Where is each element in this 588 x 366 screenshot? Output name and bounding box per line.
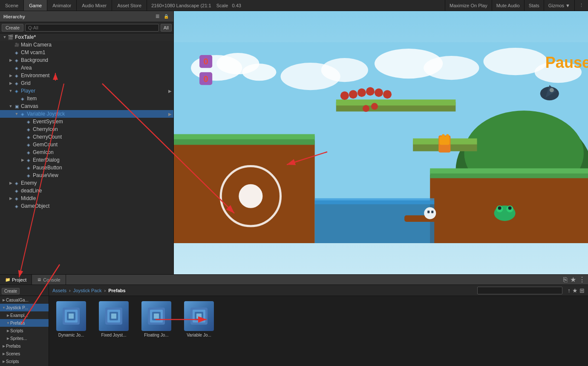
enter-dialog-icon: ◈ [26, 157, 32, 163]
hierarchy-header: Hierarchy ☰ 🔒 [0, 11, 173, 22]
tree-item-environment[interactable]: ◈ Environment [0, 72, 173, 79]
tree-item-cherry-count[interactable]: ◈ CherryCount [0, 133, 173, 141]
asset-floating-joystick-icon [141, 301, 171, 331]
grid-icon: ◈ [14, 80, 20, 86]
mute-audio-btn[interactable]: Mute Audio [492, 0, 524, 11]
hierarchy-header-actions: ☰ 🔒 [154, 14, 170, 19]
project-item-casualga-label: CasualGa... [6, 298, 29, 302]
tree-item-gem-count[interactable]: ◈ GemCount [0, 141, 173, 148]
svg-rect-25 [315, 198, 435, 204]
project-tree-scenes[interactable]: Scenes [0, 350, 49, 357]
project-icons: ↑ ★ ⊞ [568, 287, 585, 294]
asset-variable-joystick-label: Variable Jo... [187, 333, 211, 338]
pause-button-icon: ◈ [26, 165, 32, 171]
tab-asset-store[interactable]: Asset Store [112, 0, 147, 11]
breadcrumb-joystick-pack[interactable]: Joystick Pack [73, 288, 102, 293]
gem-count-icon: ◈ [26, 142, 32, 148]
tree-item-pause-button[interactable]: ◈ PauseButton [0, 164, 173, 171]
project-tree-joystick[interactable]: Joystick P... [0, 304, 49, 311]
hierarchy-search-input[interactable] [25, 24, 159, 32]
bottom-lock-btn[interactable]: ⎘ [563, 276, 568, 284]
tree-item-gem-icon[interactable]: ◈ GemIcon [0, 148, 173, 156]
scene-root[interactable]: 🎬 FoxTale* [0, 33, 173, 41]
tree-item-pause-view[interactable]: ◈ PauseView [0, 171, 173, 179]
tree-item-cherry-icon[interactable]: ◈ CherryIcon [0, 125, 173, 133]
tab-scene[interactable]: Scene [0, 0, 24, 11]
hierarchy-lock-btn[interactable]: 🔒 [162, 14, 170, 19]
gem-icon-icon: ◈ [26, 149, 32, 155]
bottom-dots-btn[interactable]: ⋮ [579, 276, 585, 284]
project-create-btn[interactable]: Create [2, 288, 20, 294]
tree-item-grid[interactable]: ◈ Grid [0, 79, 173, 87]
gem-icon-label: GemIcon [33, 149, 54, 155]
asset-floating-joystick-label: Floating Jo... [144, 333, 168, 338]
tree-item-enter-dialog[interactable]: ◈ EnterDialog [0, 156, 173, 164]
hierarchy-all-tag[interactable]: All [161, 24, 172, 32]
svg-point-30 [375, 88, 383, 97]
project-search-input[interactable] [477, 287, 562, 294]
svg-rect-68 [111, 314, 116, 319]
background-label: Background [21, 57, 48, 63]
tab-console[interactable]: 🖥 Console [32, 275, 66, 285]
project-icon-grid[interactable]: ⊞ [579, 287, 585, 294]
middle-arrow [8, 195, 14, 201]
bottom-star-btn[interactable]: ★ [570, 276, 576, 284]
svg-point-53 [550, 88, 554, 92]
asset-floating-joystick[interactable]: Floating Jo... [139, 301, 173, 338]
project-tree-casualga[interactable]: CasualGa... [0, 296, 49, 304]
tree-item-variable-joystick[interactable]: ◈ Variable Joystick ▶ [0, 110, 173, 118]
tree-item-cm-vcam1[interactable]: ◈ CM vcam1 [0, 49, 173, 56]
asset-variable-joystick[interactable]: Variable Jo... [182, 301, 216, 338]
svg-point-32 [363, 105, 369, 112]
tree-item-enemy[interactable]: ◈ Enemy [0, 179, 173, 187]
project-tree-scripts[interactable]: Scripts [0, 327, 49, 334]
tree-item-item[interactable]: ◈ Item [0, 95, 173, 102]
maximize-on-play-btn[interactable]: Maximize On Play [445, 0, 492, 11]
tree-item-event-system[interactable]: ◈ EventSystem [0, 118, 173, 125]
tree-item-main-camera[interactable]: Main Camera [0, 41, 173, 49]
hierarchy-create-btn[interactable]: Create [2, 24, 23, 32]
project-tree-sprites[interactable]: Sprites... [0, 334, 49, 342]
event-system-label: EventSystem [33, 119, 63, 125]
svg-text:0: 0 [204, 57, 208, 66]
tree-item-player[interactable]: ◈ Player ▶ [0, 87, 173, 95]
tab-audio-mixer[interactable]: Audio Mixer [77, 0, 112, 11]
cherry-icon-label: CherryIcon [33, 126, 58, 132]
project-breadcrumb: Assets › Joystick Pack › Prefabs [52, 288, 126, 293]
tree-item-middle[interactable]: ◈ Middle [0, 195, 173, 202]
project-item-scripts2-label: Scripts [6, 359, 19, 364]
tree-item-canvas[interactable]: ▣ Canvas [0, 102, 173, 110]
cm-vcam1-label: CM vcam1 [21, 49, 45, 55]
panel-lock-btn[interactable]: ⋮ [574, 0, 588, 11]
project-tree-prefabs[interactable]: Prefabs [0, 319, 49, 327]
svg-point-7 [321, 58, 368, 82]
gameobject-icon: ◈ [14, 203, 20, 209]
project-tree-prefabs2[interactable]: Prefabs [0, 342, 49, 350]
svg-rect-23 [336, 99, 456, 105]
breadcrumb-assets[interactable]: Assets [52, 288, 66, 293]
tree-item-area[interactable]: ◈ Area [0, 64, 173, 72]
tab-project[interactable]: 📁 Project [0, 275, 32, 285]
gizmos-btn[interactable]: Gizmos ▼ [544, 0, 574, 11]
tab-game[interactable]: Game [24, 0, 47, 11]
tree-item-background[interactable]: ◈ Background [0, 56, 173, 64]
gem-count-label: GemCount [33, 142, 58, 148]
asset-fixed-joystick[interactable]: Fixed Joyst... [97, 301, 131, 338]
variable-joystick-arrow [14, 111, 20, 117]
grid-arrow [8, 80, 14, 86]
project-icon-upload[interactable]: ↑ [568, 287, 571, 294]
project-tree-scripts2[interactable]: Scripts [0, 357, 49, 365]
project-toolbar: Assets › Joystick Pack › Prefabs ↑ ★ ⊞ [49, 285, 588, 296]
project-tree-examples[interactable]: Exampl... [0, 311, 49, 319]
asset-dynamic-joystick[interactable]: Dynamic Jo... [54, 301, 88, 338]
svg-point-56 [239, 184, 262, 208]
enemy-arrow [8, 180, 14, 186]
tree-item-gameobject[interactable]: ◈ GameObject [0, 202, 173, 210]
project-icon-star[interactable]: ★ [572, 287, 578, 294]
tab-animator[interactable]: Animator [47, 0, 77, 11]
stats-btn[interactable]: Stats [524, 0, 544, 11]
tree-item-deadline[interactable]: ◈ deadLine [0, 187, 173, 195]
canvas-label: Canvas [21, 103, 38, 109]
top-tab-bar: Scene Game Animator Audio Mixer Asset St… [0, 0, 588, 11]
hierarchy-menu-btn[interactable]: ☰ [154, 14, 161, 19]
